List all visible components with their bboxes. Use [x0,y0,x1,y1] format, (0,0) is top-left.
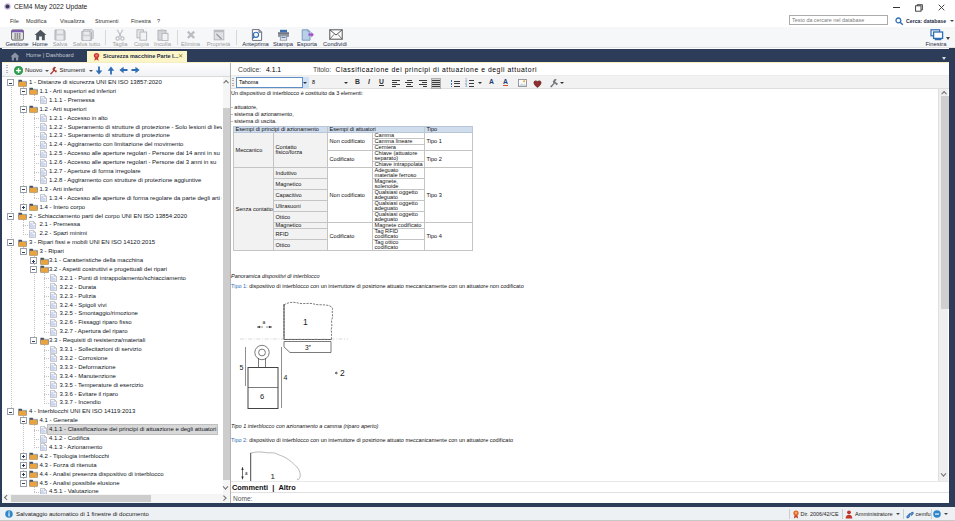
svg-text:a: a [263,319,266,325]
svg-text:1: 1 [271,472,276,481]
svg-text:3″: 3″ [305,344,312,351]
svg-text:a: a [245,471,248,476]
svg-text:6: 6 [260,392,264,401]
svg-text:1: 1 [303,317,308,327]
svg-text:5: 5 [240,364,244,371]
svg-text:4: 4 [284,374,288,381]
svg-text:2: 2 [340,368,345,378]
